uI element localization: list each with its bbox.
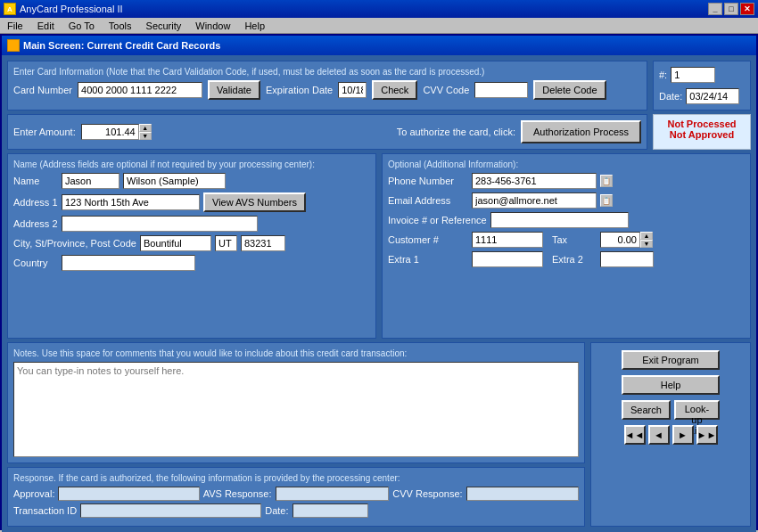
zip-input[interactable] <box>241 235 285 251</box>
expiration-input[interactable] <box>338 82 367 98</box>
app-icon: A <box>4 3 16 15</box>
amount-field-container: ▲ ▼ <box>81 124 152 140</box>
state-input[interactable] <box>215 235 237 251</box>
optional-section-label: Optional (Additional Information): <box>388 160 745 169</box>
card-number-input[interactable] <box>78 82 202 98</box>
email-copy-icon[interactable]: 📋 <box>600 194 613 207</box>
menu-goto[interactable]: Go To <box>65 20 98 31</box>
window-title: Main Screen: Current Credit Card Records <box>23 40 220 51</box>
hash-label: #: <box>659 70 667 80</box>
nav-next-button[interactable]: ► <box>672 425 694 445</box>
tax-label: Tax <box>552 234 597 245</box>
phone-input[interactable] <box>472 173 597 189</box>
amount-row: Enter Amount: ▲ ▼ To authorize the card,… <box>7 114 751 150</box>
cvv-input[interactable] <box>474 82 528 98</box>
amount-spinner: ▲ ▼ <box>139 124 152 140</box>
window-title-bar: Main Screen: Current Credit Card Records <box>2 36 756 55</box>
extra2-label: Extra 2 <box>552 254 597 265</box>
menu-window[interactable]: Window <box>192 20 234 31</box>
optional-panel: Optional (Additional Information): Phone… <box>382 153 751 339</box>
nav-prev-button[interactable]: ◄ <box>648 425 670 445</box>
extra1-input[interactable] <box>472 251 543 267</box>
help-button[interactable]: Help <box>622 375 720 395</box>
response-panel: Response. If the card is authorized, the… <box>7 467 585 527</box>
address2-input[interactable] <box>62 216 258 232</box>
notes-textarea[interactable] <box>13 362 579 458</box>
name-optional-section: Name (Address fields are optional if not… <box>7 153 751 339</box>
menu-edit[interactable]: Edit <box>34 20 58 31</box>
address1-input[interactable] <box>62 194 200 210</box>
tax-spinner: ▲ ▼ <box>640 232 653 248</box>
city-input[interactable] <box>140 235 211 251</box>
bottom-section: Notes. Use this space for comments that … <box>7 342 751 528</box>
check-button[interactable]: Check <box>372 80 417 100</box>
card-info-section: Enter Card Information (Note that the Ca… <box>7 61 751 110</box>
approval-field <box>58 487 199 501</box>
expiration-label: Expiration Date <box>266 85 333 95</box>
customer-input[interactable] <box>472 232 543 248</box>
notes-label: Notes. Use this space for comments that … <box>13 348 579 358</box>
status-not-processed: Not Processed <box>661 119 743 129</box>
response-date-label: Date: <box>265 505 288 516</box>
menu-security[interactable]: Security <box>143 20 185 31</box>
tax-down-button[interactable]: ▼ <box>640 240 653 248</box>
status-panel: Not Processed Not Approved <box>653 114 751 150</box>
name-panel: Name (Address fields are optional if not… <box>7 153 376 339</box>
menu-help[interactable]: Help <box>241 20 268 31</box>
amount-down-button[interactable]: ▼ <box>139 132 152 140</box>
phone-copy-icon[interactable]: 📋 <box>600 175 613 187</box>
cvv-response-field <box>466 487 579 501</box>
menu-file[interactable]: File <box>4 20 27 31</box>
record-number-input[interactable] <box>671 67 715 83</box>
city-label: City, St/Province, Post Code <box>13 238 136 249</box>
nav-buttons: ◄◄ ◄ ► ►► <box>624 425 718 445</box>
validate-button[interactable]: Validate <box>208 80 260 100</box>
approval-label: Approval: <box>13 488 54 499</box>
extra2-input[interactable] <box>600 251 654 267</box>
avs-response-field <box>276 487 390 501</box>
card-number-label: Card Number <box>13 85 72 95</box>
extra1-label: Extra 1 <box>388 254 468 265</box>
record-date-label: Date: <box>659 91 682 102</box>
amount-up-button[interactable]: ▲ <box>139 124 152 132</box>
app-title: AnyCard Professional II <box>20 4 123 14</box>
response-date-field <box>292 503 369 518</box>
name-label: Name <box>13 176 58 186</box>
customer-label: Customer # <box>388 234 468 245</box>
nav-first-button[interactable]: ◄◄ <box>624 425 646 445</box>
menu-bar: File Edit Go To Tools Security Window He… <box>0 18 758 34</box>
email-label: Email Address <box>388 195 468 206</box>
last-name-input[interactable] <box>123 173 226 189</box>
exit-button[interactable]: Exit Program <box>622 350 720 370</box>
cvv-response-label: CVV Response: <box>392 488 462 499</box>
record-date-input[interactable] <box>686 88 739 104</box>
notes-panel: Notes. Use this space for comments that … <box>7 342 585 464</box>
window-icon <box>7 39 20 52</box>
address1-label: Address 1 <box>13 197 58 208</box>
minimize-button[interactable]: _ <box>708 3 722 15</box>
invoice-label: Invoice # or Reference <box>388 215 487 225</box>
menu-tools[interactable]: Tools <box>105 20 136 31</box>
country-input[interactable] <box>62 255 195 271</box>
nav-last-button[interactable]: ►► <box>696 425 718 445</box>
maximize-button[interactable]: □ <box>724 3 738 15</box>
response-label: Response. If the card is authorized, the… <box>13 473 579 483</box>
tax-up-button[interactable]: ▲ <box>640 232 653 240</box>
first-name-input[interactable] <box>62 173 119 189</box>
search-button[interactable]: Search <box>622 400 671 420</box>
status-not-approved: Not Approved <box>661 129 743 140</box>
notes-response-column: Notes. Use this space for comments that … <box>7 342 585 528</box>
amount-input[interactable] <box>81 124 139 140</box>
lookup-button[interactable]: Look-up List <box>674 400 720 420</box>
auth-label: To authorize the card, click: <box>397 127 515 137</box>
tax-input[interactable] <box>600 232 640 248</box>
invoice-input[interactable] <box>490 212 629 228</box>
address2-label: Address 2 <box>13 218 58 229</box>
view-avs-button[interactable]: View AVS Numbers <box>203 192 306 212</box>
app-title-bar: A AnyCard Professional II _ □ ✕ <box>0 0 758 18</box>
close-button[interactable]: ✕ <box>740 3 754 15</box>
authorization-button[interactable]: Authorization Process <box>521 120 641 143</box>
email-input[interactable] <box>472 192 597 209</box>
delete-code-button[interactable]: Delete Code <box>533 80 606 100</box>
amount-label: Enter Amount: <box>13 127 76 137</box>
